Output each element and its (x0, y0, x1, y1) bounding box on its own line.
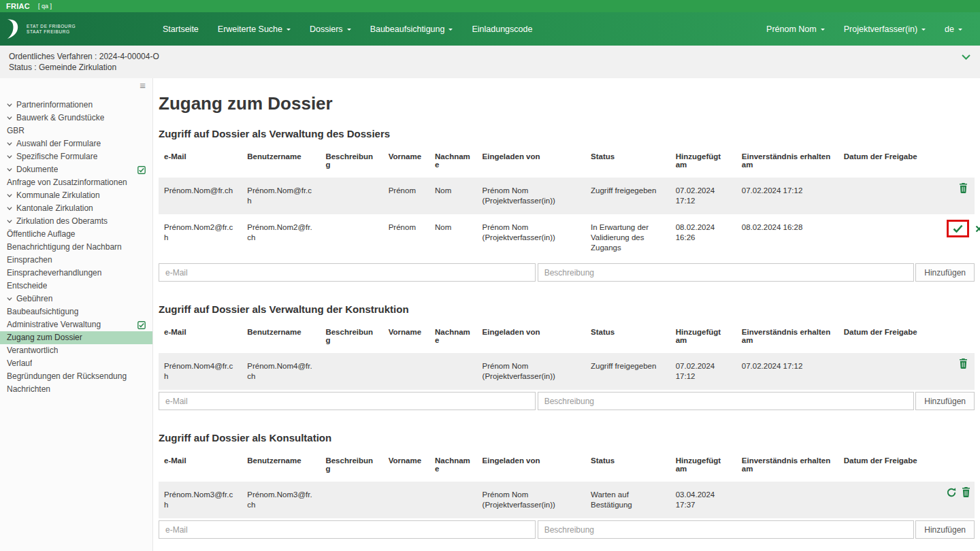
sidebar-item-begr-ndungen-der-r-cksendung[interactable]: Begründungen der Rücksendung (0, 370, 152, 383)
sidebar-item-baubeaufsichtigung[interactable]: Baubeaufsichtigung (0, 305, 152, 318)
table-cell (320, 214, 382, 261)
nav-item-de[interactable]: de (935, 12, 972, 46)
sidebar-item-spezifische-formulare[interactable]: Spezifische Formulare (0, 150, 152, 163)
staat-freiburg-logo (5, 19, 21, 39)
layout: ≡ PartnerinformationenBauwerk & Grundstü… (0, 78, 980, 551)
checkbox-checked-icon (137, 321, 146, 329)
table-body: Prénom.Nom3@fr.chPrénom.Nom3@fr.chPrénom… (159, 482, 975, 518)
sidebar-item-einspracheverhandlungen[interactable]: Einspracheverhandlungen (0, 267, 152, 280)
nav-item-einladungscode[interactable]: Einladungscode (462, 12, 542, 46)
table-cell: 07.02.2024 17:12 (736, 178, 838, 214)
row-actions (938, 214, 975, 261)
table-cell: 03.04.2024 17:37 (670, 482, 736, 518)
email-input[interactable] (159, 263, 536, 282)
chevron-down-icon (921, 29, 926, 33)
email-input[interactable] (159, 392, 536, 410)
column-header: Nachname (429, 319, 477, 353)
column-header: Benutzername (242, 144, 320, 178)
actions-column-header (938, 319, 975, 353)
sidebar-item-label: Dokumente (16, 165, 58, 175)
logo-text: ETAT DE FRIBOURG STAAT FREIBURG (27, 24, 76, 35)
nav-item-startseite[interactable]: Startseite (153, 12, 208, 46)
trash-icon[interactable] (962, 487, 970, 497)
trash-icon[interactable] (959, 358, 968, 369)
sections: Zugriff auf Dossier als Verwaltung des D… (159, 128, 975, 539)
nav-item-projektverfasser-in[interactable]: Projektverfasser(in) (834, 12, 935, 46)
sidebar-item-bauwerk-grundst-cke[interactable]: Bauwerk & Grundstücke (0, 112, 152, 124)
add-button[interactable]: Hinzufügen (915, 392, 975, 410)
sidebar-item-zugang-zum-dossier[interactable]: Zugang zum Dossier (0, 331, 152, 344)
description-input[interactable] (538, 263, 915, 282)
column-header: Hinzugefügt am (670, 448, 736, 482)
sidebar-item-benachrichtigung-der-nachbarn[interactable]: Benachrichtigung der Nachbarn (0, 241, 152, 254)
sidebar-item-administrative-verwaltung[interactable]: Administrative Verwaltung (0, 318, 152, 331)
table-cell: Prénom.Nom2@fr.ch (242, 214, 320, 261)
column-header: Eingeladen von (477, 144, 585, 178)
sidebar-item-geb-hren[interactable]: Gebühren (0, 293, 152, 305)
table-cell: Prénom Nom (Projektverfasser(in)) (477, 178, 585, 214)
logo-home-link[interactable]: ETAT DE FRIBOURG STAAT FREIBURG (0, 12, 153, 46)
table-row: Prénom.Nom@fr.chPrénom.Nom@fr.chPrénomNo… (159, 178, 975, 214)
nav-item-baubeaufsichtigung[interactable]: Baubeaufsichtigung (361, 12, 463, 46)
chevron-down-icon[interactable] (962, 54, 970, 60)
nav-item-pr-nom-nom[interactable]: Prénom Nom (757, 12, 834, 46)
x-icon[interactable] (975, 225, 980, 233)
actions-column-header (938, 144, 975, 178)
column-header: Einverständnis erhalten am (736, 448, 838, 482)
sidebar-item-einsprachen[interactable]: Einsprachen (0, 254, 152, 267)
sidebar-item-label: Anfrage von Zusatzinformationen (7, 178, 127, 188)
actions-column-header (938, 448, 975, 482)
table-cell: Zugriff freigegeben (585, 353, 670, 390)
sidebar-item-kommunale-zirkulation[interactable]: Kommunale Zirkulation (0, 189, 152, 202)
email-input[interactable] (159, 520, 536, 539)
sidebar-item-verantwortlich[interactable]: Verantwortlich (0, 344, 152, 357)
description-input[interactable] (538, 392, 915, 410)
table-cell: Prénom.Nom3@fr.ch (242, 482, 320, 518)
column-header: Hinzugefügt am (670, 144, 736, 178)
sidebar-item-label: Benachrichtigung der Nachbarn (7, 242, 122, 252)
add-button[interactable]: Hinzufügen (915, 520, 975, 539)
trash-icon[interactable] (959, 183, 968, 193)
row-actions (938, 482, 975, 518)
sidebar-item-label: Bauwerk & Grundstücke (16, 113, 104, 123)
sidebar-item-entscheide[interactable]: Entscheide (0, 280, 152, 293)
sidebar-item-dokumente[interactable]: Dokumente (0, 163, 152, 176)
access-section: Zugriff auf Dossier als Konsultation e-M… (159, 432, 975, 539)
nav-item-erweiterte-suche[interactable]: Erweiterte Suche (208, 12, 300, 46)
checkbox-checked-icon (137, 166, 146, 174)
table-cell: In Erwartung der Validierung des Zugangs (585, 214, 670, 261)
column-header: Benutzername (242, 319, 320, 353)
add-access-row: Hinzufügen (159, 263, 975, 282)
sidebar-item-nachrichten[interactable]: Nachrichten (0, 383, 152, 396)
add-button[interactable]: Hinzufügen (915, 263, 975, 282)
column-header: Beschreibung (320, 448, 382, 482)
sidebar-item-ffentliche-auflage[interactable]: Öffentliche Auflage (0, 228, 152, 241)
check-icon[interactable] (947, 220, 969, 237)
column-header: Status (585, 319, 670, 353)
row-actions (938, 178, 975, 214)
chevron-down-icon (821, 29, 825, 33)
sidebar-item-partnerinformationen[interactable]: Partnerinformationen (0, 99, 152, 112)
refresh-icon[interactable] (947, 488, 956, 497)
table-cell: Prénom.Nom@fr.ch (242, 178, 320, 214)
sidebar-item-auswahl-der-formulare[interactable]: Auswahl der Formulare (0, 137, 152, 150)
sidebar-item-label: Spezifische Formulare (16, 152, 97, 162)
column-header: e-Mail (159, 448, 242, 482)
chevron-down-icon (7, 116, 12, 120)
nav-item-dossiers[interactable]: Dossiers (300, 12, 361, 46)
sidebar-item-verlauf[interactable]: Verlauf (0, 357, 152, 370)
table-cell (838, 214, 938, 261)
description-input[interactable] (538, 520, 915, 539)
table-cell (383, 353, 429, 390)
sidebar-item-kantonale-zirkulation[interactable]: Kantonale Zirkulation (0, 202, 152, 215)
sidebar-item-label: Einspracheverhandlungen (7, 268, 101, 278)
sidebar-item-zirkulation-des-oberamts[interactable]: Zirkulation des Oberamts (0, 215, 152, 228)
sidebar-item-anfrage-von-zusatzinformationen[interactable]: Anfrage von Zusatzinformationen (0, 176, 152, 189)
add-access-row: Hinzufügen (159, 392, 975, 410)
column-header: Eingeladen von (477, 448, 585, 482)
sidebar-menu: PartnerinformationenBauwerk & Grundstück… (0, 99, 152, 396)
table-cell: Prénom.Nom3@fr.ch (159, 482, 242, 518)
menu-icon[interactable]: ≡ (140, 80, 146, 90)
sidebar-item-gbr[interactable]: GBR (0, 124, 152, 137)
sidebar-item-label: Kommunale Zirkulation (16, 190, 100, 201)
